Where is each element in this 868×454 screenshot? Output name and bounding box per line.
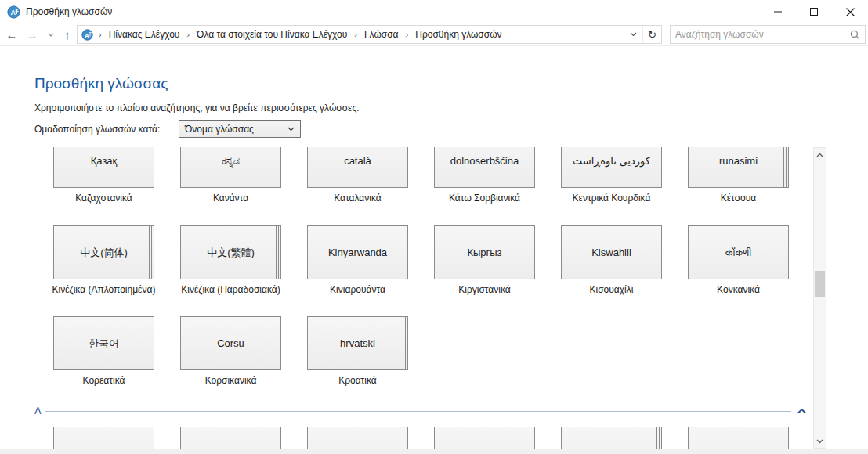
collapse-group-button[interactable] xyxy=(793,405,810,417)
chevron-up-icon xyxy=(816,153,823,157)
language-tile-native-name: ಕನ್ನಡ xyxy=(222,155,240,168)
minimize-icon xyxy=(773,7,783,16)
language-tile[interactable]: dolnoserbšćina xyxy=(434,147,535,188)
language-tile[interactable]: runasimi xyxy=(688,147,789,188)
recent-pages-button[interactable] xyxy=(44,23,58,45)
group-by-label: Ομαδοποίηση γλωσσών κατά: xyxy=(34,124,160,135)
language-tile[interactable] xyxy=(434,427,535,449)
page-title: Προσθήκη γλώσσας xyxy=(34,75,168,92)
breadcrumb-separator-icon: › xyxy=(349,30,363,39)
up-button[interactable]: ↑ xyxy=(58,23,77,45)
language-tile[interactable]: 中文(繁體) xyxy=(180,225,281,279)
language-tile-native-name: 中文(繁體) xyxy=(207,246,255,260)
breadcrumb-item[interactable]: Προσθήκη γλωσσών xyxy=(414,29,503,40)
refresh-button[interactable]: ↻ xyxy=(642,26,661,43)
language-tile[interactable] xyxy=(561,427,662,449)
language-tile[interactable] xyxy=(53,427,154,449)
group-divider xyxy=(45,411,791,412)
chevron-down-icon xyxy=(48,33,54,37)
scroll-up-button[interactable] xyxy=(814,148,826,161)
minimize-button[interactable] xyxy=(760,0,796,23)
scroll-down-button[interactable] xyxy=(814,434,826,448)
chevron-down-icon xyxy=(288,127,295,132)
language-tile-native-name: 中文(简体) xyxy=(80,246,128,260)
language-tile[interactable]: Қазақ xyxy=(53,147,154,188)
language-tile-native-name: कोंकणी xyxy=(725,247,751,259)
language-tile-native-name: català xyxy=(344,155,371,167)
language-tile-native-name: Corsu xyxy=(217,337,244,349)
group-by-value: Όνομα γλώσσας xyxy=(185,124,254,135)
page-subtitle: Χρησιμοποιήστε το πλαίσιο αναζήτησης, γι… xyxy=(34,103,360,114)
language-grid: Λ ҚазақΚαζαχστανικάಕನ್ನಡΚανάνταcatalàΚατ… xyxy=(0,147,813,449)
language-tile-label: Κιργιστανικά xyxy=(421,284,548,295)
maximize-button[interactable] xyxy=(796,0,832,23)
group-by-dropdown[interactable]: Όνομα γλώσσας xyxy=(179,120,301,138)
address-bar[interactable]: A ›Πίνακας Ελέγχου›Όλα τα στοιχεία του Π… xyxy=(77,25,662,44)
breadcrumb-separator-icon: › xyxy=(181,30,195,39)
language-tile-native-name: dolnoserbšćina xyxy=(450,155,519,167)
language-tile[interactable]: Kinyarwanda xyxy=(307,225,408,279)
language-tile[interactable]: Corsu xyxy=(180,316,281,370)
language-tile-label: Κέτσουα xyxy=(675,193,801,204)
search-icon xyxy=(850,30,860,40)
breadcrumb-item[interactable]: Γλώσσα xyxy=(363,29,400,40)
chevron-down-icon xyxy=(630,32,637,37)
breadcrumb-item[interactable]: Όλα τα στοιχεία του Πίνακα Ελέγχου xyxy=(195,29,349,40)
language-tile[interactable] xyxy=(688,427,789,449)
language-tile[interactable]: कोंकणी xyxy=(688,225,789,279)
language-tile-label: Κινέζικα (Απλοποιημένα) xyxy=(41,284,167,295)
language-tile-label: Κονκανικά xyxy=(675,284,801,295)
search-box xyxy=(670,25,866,44)
language-tile-label: Κορεατικά xyxy=(41,375,167,386)
language-tile[interactable]: Kiswahili xyxy=(561,225,662,279)
language-tile-label: Κροατικά xyxy=(295,375,421,386)
language-tile[interactable] xyxy=(307,427,408,449)
language-tile-native-name: Қазақ xyxy=(91,155,118,167)
vertical-scrollbar[interactable] xyxy=(813,147,826,449)
language-tile[interactable]: hrvatski xyxy=(307,316,408,370)
forward-icon: → xyxy=(27,28,38,41)
close-button[interactable] xyxy=(832,0,868,23)
breadcrumb-separator-icon: › xyxy=(400,30,414,39)
language-tile-label: Κισουαχίλι xyxy=(548,284,675,295)
scrollbar-thumb[interactable] xyxy=(815,271,825,297)
group-divider-symbol: Λ xyxy=(34,405,42,416)
breadcrumb: ›Πίνακας Ελέγχου›Όλα τα στοιχεία του Πίν… xyxy=(93,26,624,43)
chevron-up-icon xyxy=(797,409,806,414)
refresh-icon: ↻ xyxy=(648,29,656,41)
back-button[interactable]: ← xyxy=(0,23,24,45)
language-location-icon: A xyxy=(81,29,93,41)
language-tile-label: Κινιαρουάντα xyxy=(295,284,421,295)
language-tile[interactable]: 한국어 xyxy=(53,316,154,370)
language-tile[interactable]: català xyxy=(307,147,408,188)
window-controls xyxy=(760,0,868,23)
language-tile-native-name: 한국어 xyxy=(89,337,119,351)
language-tile[interactable]: ಕನ್ನಡ xyxy=(180,147,281,188)
search-button[interactable] xyxy=(844,30,865,40)
language-tile[interactable] xyxy=(180,427,281,449)
back-icon: ← xyxy=(6,28,18,41)
language-tile-label: Κεντρικά Κουρδικά xyxy=(548,193,675,204)
address-dropdown-button[interactable] xyxy=(624,26,642,43)
language-tile-label: Καταλανικά xyxy=(295,193,421,204)
up-icon: ↑ xyxy=(64,28,71,41)
language-tile-native-name: Kinyarwanda xyxy=(328,247,387,258)
language-tile-label: Κάτω Σορβιανικά xyxy=(421,193,548,204)
language-tile-native-name: Кыргыз xyxy=(467,247,501,258)
language-tile-native-name: runasimi xyxy=(719,155,758,167)
title-bar: A Προσθήκη γλωσσών xyxy=(0,0,868,23)
navigation-bar: ← → ↑ A ›Πίνακας Ελέγχου›Όλα τα στοιχεία… xyxy=(0,23,868,46)
breadcrumb-item[interactable]: Πίνακας Ελέγχου xyxy=(107,29,182,40)
svg-text:A: A xyxy=(85,31,89,38)
window-bottom-strip xyxy=(0,449,868,454)
language-tile[interactable]: كوردیی ناوه‌ڕاست xyxy=(561,147,662,188)
language-tile-native-name: Kiswahili xyxy=(591,247,631,258)
language-app-icon: A xyxy=(7,5,20,19)
chevron-down-icon xyxy=(816,439,823,444)
forward-button[interactable]: → xyxy=(22,23,42,45)
language-tile[interactable]: Кыргыз xyxy=(434,225,535,279)
language-tile-label: Κανάντα xyxy=(168,193,294,204)
language-tile-native-name: hrvatski xyxy=(340,337,375,349)
language-tile[interactable]: 中文(简体) xyxy=(53,225,154,279)
search-input[interactable] xyxy=(671,29,844,40)
